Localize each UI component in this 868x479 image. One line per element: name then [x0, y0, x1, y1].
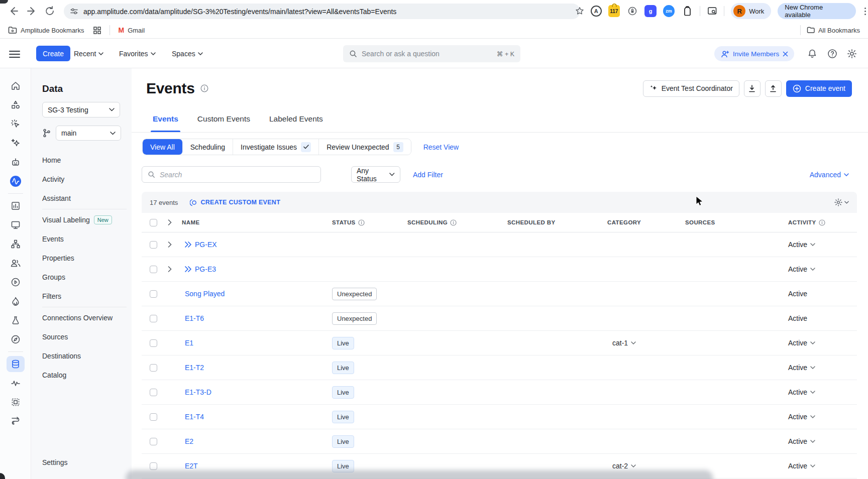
rail-pathways-icon[interactable]	[0, 412, 31, 431]
browser-profile[interactable]: R Work	[731, 3, 771, 19]
rail-flame-icon[interactable]	[0, 292, 31, 311]
export-button[interactable]	[765, 80, 782, 97]
rail-compass-icon[interactable]	[0, 330, 31, 349]
info-icon[interactable]	[450, 219, 457, 226]
rail-amplitude-logo-icon[interactable]	[0, 172, 31, 191]
tab-events[interactable]: Events	[153, 114, 178, 132]
menu-recent[interactable]: Recent	[74, 39, 103, 68]
rail-data-database-icon[interactable]	[0, 354, 31, 374]
side-panel-icon[interactable]	[707, 6, 717, 17]
row-checkbox[interactable]	[150, 462, 157, 470]
event-link[interactable]: E1-T2	[185, 364, 204, 372]
info-icon[interactable]	[200, 84, 208, 92]
menu-favorites[interactable]: Favorites	[119, 39, 156, 68]
category-select[interactable]: cat-2	[607, 462, 685, 470]
table-settings-gear[interactable]	[834, 198, 849, 207]
nav-filters[interactable]: Filters	[42, 287, 132, 306]
global-search[interactable]: Search or ask a question ⌘ + K	[343, 45, 520, 62]
tab-custom-events[interactable]: Custom Events	[197, 114, 250, 132]
notifications-bell-icon[interactable]	[807, 49, 817, 59]
event-link[interactable]: E1-T4	[185, 413, 204, 421]
activity-select[interactable]: Active	[788, 413, 849, 421]
info-icon[interactable]	[819, 219, 825, 226]
review-unexpected-segment[interactable]: Review Unexpected 5	[319, 139, 411, 155]
create-button[interactable]: Create	[36, 46, 70, 61]
site-settings-icon[interactable]	[70, 7, 78, 16]
rail-chart-icon[interactable]	[0, 196, 31, 215]
row-checkbox[interactable]	[150, 413, 157, 421]
rail-users-icon[interactable]	[0, 254, 31, 273]
row-expand-chevron-icon[interactable]	[168, 242, 172, 248]
row-checkbox[interactable]	[150, 339, 157, 347]
project-select[interactable]: SG-3 Testing	[42, 102, 120, 117]
row-expand-chevron-icon[interactable]	[168, 266, 172, 272]
rail-replay-icon[interactable]	[0, 273, 31, 292]
row-checkbox[interactable]	[150, 364, 157, 372]
nav-visual-labeling[interactable]: Visual LabelingNew	[42, 210, 132, 229]
rail-home-icon[interactable]	[0, 76, 31, 95]
forward-icon[interactable]	[26, 6, 37, 17]
rail-monitor-icon[interactable]	[0, 215, 31, 234]
menu-spaces[interactable]: Spaces	[172, 39, 203, 68]
rail-shapes-icon[interactable]	[0, 95, 31, 114]
activity-select[interactable]: Active	[788, 265, 849, 273]
event-test-coordinator-button[interactable]: Event Test Coordinator	[643, 80, 739, 97]
event-link[interactable]: Song Played	[185, 290, 225, 298]
advanced-link[interactable]: Advanced	[810, 171, 849, 179]
bookmark-folder-amplitude[interactable]: Amplitude Bookmarks	[8, 26, 84, 34]
nav-events[interactable]: Events	[42, 229, 132, 249]
nav-activity[interactable]: Activity	[42, 170, 132, 189]
extension-lock-icon[interactable]	[626, 5, 638, 17]
nav-home[interactable]: Home	[42, 151, 132, 170]
all-bookmarks[interactable]: All Bookmarks	[807, 27, 860, 34]
activity-select[interactable]: Active	[788, 437, 849, 445]
row-checkbox[interactable]	[150, 315, 157, 322]
nav-catalog[interactable]: Catalog	[42, 366, 132, 385]
extension-password-icon[interactable]: 117	[608, 5, 620, 17]
nav-settings[interactable]: Settings	[42, 453, 68, 472]
info-icon[interactable]	[358, 219, 365, 226]
nav-destinations[interactable]: Destinations	[42, 346, 132, 366]
view-all-segment[interactable]: View All	[143, 139, 183, 155]
browser-menu-icon[interactable]	[862, 6, 868, 17]
settings-gear-icon[interactable]	[847, 49, 857, 59]
select-all-checkbox[interactable]	[150, 219, 157, 226]
nav-groups[interactable]: Groups	[42, 268, 132, 287]
event-link[interactable]: E2	[185, 437, 193, 445]
table-search[interactable]	[142, 166, 321, 183]
extension-clip-icon[interactable]	[681, 5, 693, 17]
nav-properties[interactable]: Properties	[42, 249, 132, 268]
event-link[interactable]: E1-T6	[185, 314, 204, 322]
expand-all-chevron-icon[interactable]	[168, 219, 172, 225]
category-select[interactable]: cat-1	[607, 339, 685, 347]
tab-labeled-events[interactable]: Labeled Events	[269, 114, 323, 132]
reload-icon[interactable]	[44, 6, 55, 17]
apps-grid-icon[interactable]	[93, 26, 101, 35]
close-icon[interactable]	[783, 51, 788, 57]
row-checkbox[interactable]	[150, 389, 157, 396]
branch-select[interactable]: main	[56, 126, 121, 141]
activity-select[interactable]: Active	[788, 339, 849, 347]
nav-sources[interactable]: Sources	[42, 327, 132, 346]
activity-select[interactable]: Active	[788, 241, 849, 249]
activity-select[interactable]: Active	[788, 388, 849, 396]
row-checkbox[interactable]	[150, 438, 157, 445]
rail-signals-pulse-icon[interactable]	[0, 374, 31, 393]
rail-experiment-flask-icon[interactable]	[0, 311, 31, 330]
invite-members-pill[interactable]: Invite Members	[714, 46, 794, 61]
status-filter-select[interactable]: Any Status	[351, 166, 400, 183]
event-link[interactable]: PG-E3	[195, 265, 216, 273]
row-checkbox[interactable]	[150, 241, 157, 249]
event-link[interactable]: E1-T3-D	[185, 388, 211, 396]
extension-g-icon[interactable]: g	[644, 5, 656, 17]
extension-a-icon[interactable]: A	[591, 6, 602, 17]
search-input[interactable]	[160, 171, 315, 179]
activity-select[interactable]: Active	[788, 364, 849, 372]
event-link[interactable]: E1	[185, 339, 193, 347]
row-checkbox[interactable]	[150, 266, 157, 273]
bookmark-star-icon[interactable]	[575, 7, 584, 16]
scheduling-segment[interactable]: Scheduling	[183, 139, 233, 155]
create-custom-event-link[interactable]: CREATE CUSTOM EVENT	[190, 199, 280, 206]
url-bar[interactable]: app.amplitude.com/data/amplitude/SG-3%20…	[64, 4, 580, 19]
import-button[interactable]	[744, 80, 761, 97]
